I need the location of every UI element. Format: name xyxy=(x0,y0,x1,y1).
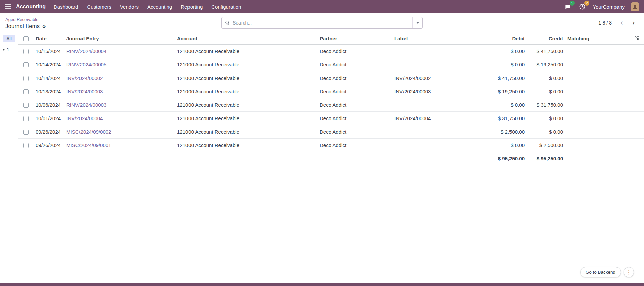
row-checkbox[interactable] xyxy=(23,76,29,81)
cell-journal-entry: INV/2024/00004 xyxy=(64,112,175,125)
control-panel: Aged Receivable Journal Items ⚙ 1-8 / 8 … xyxy=(0,13,644,32)
adjust-columns-icon[interactable] xyxy=(634,35,640,41)
cell-label: INV/2024/00004 xyxy=(392,112,476,125)
app-title[interactable]: Accounting xyxy=(16,4,46,10)
app-window: Accounting Dashboard Customers Vendors A… xyxy=(0,0,644,286)
page-title: Journal Items xyxy=(5,23,40,30)
cell-credit: $ 0.00 xyxy=(527,85,565,98)
pager-next-button[interactable]: › xyxy=(629,18,639,28)
cell-account: 121000 Account Receivable xyxy=(175,85,318,98)
row-checkbox-cell xyxy=(18,85,34,98)
cell-matching xyxy=(565,85,627,98)
breadcrumb: Aged Receivable Journal Items ⚙ xyxy=(5,16,221,30)
table-row[interactable]: 10/14/2024 RINV/2024/00005 121000 Accoun… xyxy=(18,58,644,72)
cell-partner: Deco Addict xyxy=(318,125,392,139)
row-checkbox[interactable] xyxy=(23,103,29,108)
table-row[interactable]: 10/14/2024 INV/2024/00002 121000 Account… xyxy=(18,72,644,85)
journal-entry-link[interactable]: INV/2024/00004 xyxy=(66,115,103,121)
menu-vendors[interactable]: Vendors xyxy=(120,4,139,10)
menu-dashboard[interactable]: Dashboard xyxy=(54,4,78,10)
table-row[interactable]: 10/01/2024 INV/2024/00004 121000 Account… xyxy=(18,112,644,125)
group-expander[interactable]: 1 xyxy=(3,47,18,52)
cell-matching xyxy=(565,125,627,139)
journal-entry-link[interactable]: MISC/2024/09/0002 xyxy=(66,129,111,135)
chevron-down-icon xyxy=(416,22,419,24)
journal-entry-link[interactable]: INV/2024/00003 xyxy=(66,89,103,94)
row-checkbox[interactable] xyxy=(23,116,29,121)
cell-partner: Deco Addict xyxy=(318,98,392,112)
table-row[interactable]: 09/26/2024 MISC/2024/09/0002 121000 Acco… xyxy=(18,125,644,139)
table-row[interactable]: 10/13/2024 INV/2024/00003 121000 Account… xyxy=(18,85,644,98)
group-all-tab[interactable]: All xyxy=(3,35,15,42)
cell-debit: $ 0.00 xyxy=(476,98,527,112)
pager-range: 1-8 / 8 xyxy=(598,20,612,26)
table-row[interactable]: 10/15/2024 RINV/2024/00004 121000 Accoun… xyxy=(18,45,644,58)
row-checkbox[interactable] xyxy=(23,49,29,54)
cell-credit: $ 0.00 xyxy=(527,112,565,125)
activities-icon[interactable]: 2 xyxy=(578,2,587,11)
cell-date: 10/06/2024 xyxy=(34,98,64,112)
cell-spacer xyxy=(627,112,644,125)
menu-reporting[interactable]: Reporting xyxy=(181,4,203,10)
row-checkbox[interactable] xyxy=(23,143,29,148)
search-filters-toggle[interactable] xyxy=(412,17,422,28)
row-checkbox-cell xyxy=(18,72,34,85)
cell-partner: Deco Addict xyxy=(318,58,392,72)
kebab-menu-button[interactable]: ⋮ xyxy=(624,267,634,277)
column-header-credit[interactable]: Credit xyxy=(527,32,565,45)
bottom-bar xyxy=(0,283,644,286)
menu-customers[interactable]: Customers xyxy=(87,4,111,10)
search-input[interactable] xyxy=(230,20,412,26)
journal-entry-link[interactable]: RINV/2024/00005 xyxy=(66,62,106,67)
cell-spacer xyxy=(627,72,644,85)
optional-columns-cell xyxy=(627,32,644,45)
row-checkbox-cell xyxy=(18,98,34,112)
total-debit: $ 95,250.00 xyxy=(476,152,527,165)
column-header-debit[interactable]: Debit xyxy=(476,32,527,45)
column-header-partner[interactable]: Partner xyxy=(318,32,392,45)
cell-date: 10/14/2024 xyxy=(34,58,64,72)
cell-date: 10/13/2024 xyxy=(34,85,64,98)
cell-debit: $ 0.00 xyxy=(476,45,527,58)
cell-matching xyxy=(565,139,627,152)
row-checkbox[interactable] xyxy=(23,89,29,94)
journal-entry-link[interactable]: RINV/2024/00004 xyxy=(66,48,106,54)
menu-accounting[interactable]: Accounting xyxy=(147,4,172,10)
column-header-journal-entry[interactable]: Journal Entry xyxy=(64,32,175,45)
cell-date: 09/26/2024 xyxy=(34,139,64,152)
cell-account: 121000 Account Receivable xyxy=(175,58,318,72)
row-checkbox[interactable] xyxy=(23,62,29,67)
total-credit: $ 95,250.00 xyxy=(527,152,565,165)
column-header-date[interactable]: Date xyxy=(34,32,64,45)
cell-label xyxy=(392,125,476,139)
company-switcher[interactable]: YourCompany xyxy=(593,4,625,10)
cell-account: 121000 Account Receivable xyxy=(175,139,318,152)
journal-entry-link[interactable]: RINV/2024/00003 xyxy=(66,102,106,108)
select-all-cell xyxy=(18,32,34,45)
cell-journal-entry: RINV/2024/00005 xyxy=(64,58,175,72)
journal-entry-link[interactable]: MISC/2024/09/0001 xyxy=(66,142,111,148)
floating-actions: Go to Backend ⋮ xyxy=(580,267,634,277)
view-settings-gear-icon[interactable]: ⚙ xyxy=(42,24,46,29)
journal-entry-link[interactable]: INV/2024/00002 xyxy=(66,75,103,81)
journal-items-body: 10/15/2024 RINV/2024/00004 121000 Accoun… xyxy=(18,45,644,152)
column-header-label[interactable]: Label xyxy=(392,32,476,45)
go-to-backend-button[interactable]: Go to Backend xyxy=(580,267,621,277)
cell-label xyxy=(392,58,476,72)
column-header-account[interactable]: Account xyxy=(175,32,318,45)
cell-label: INV/2024/00002 xyxy=(392,72,476,85)
breadcrumb-parent-link[interactable]: Aged Receivable xyxy=(5,17,38,22)
messages-icon[interactable]: 5 xyxy=(563,2,572,11)
row-checkbox[interactable] xyxy=(23,130,29,135)
apps-grid-icon[interactable] xyxy=(5,3,11,10)
menu-configuration[interactable]: Configuration xyxy=(211,4,241,10)
select-all-checkbox[interactable] xyxy=(23,36,29,41)
cell-label: INV/2024/00003 xyxy=(392,85,476,98)
cell-debit: $ 0.00 xyxy=(476,58,527,72)
table-row[interactable]: 09/26/2024 MISC/2024/09/0001 121000 Acco… xyxy=(18,139,644,152)
column-header-matching[interactable]: Matching xyxy=(565,32,627,45)
user-avatar[interactable] xyxy=(631,2,639,11)
table-row[interactable]: 10/06/2024 RINV/2024/00003 121000 Accoun… xyxy=(18,98,644,112)
cell-spacer xyxy=(627,58,644,72)
pager-previous-button[interactable]: ‹ xyxy=(616,18,627,28)
